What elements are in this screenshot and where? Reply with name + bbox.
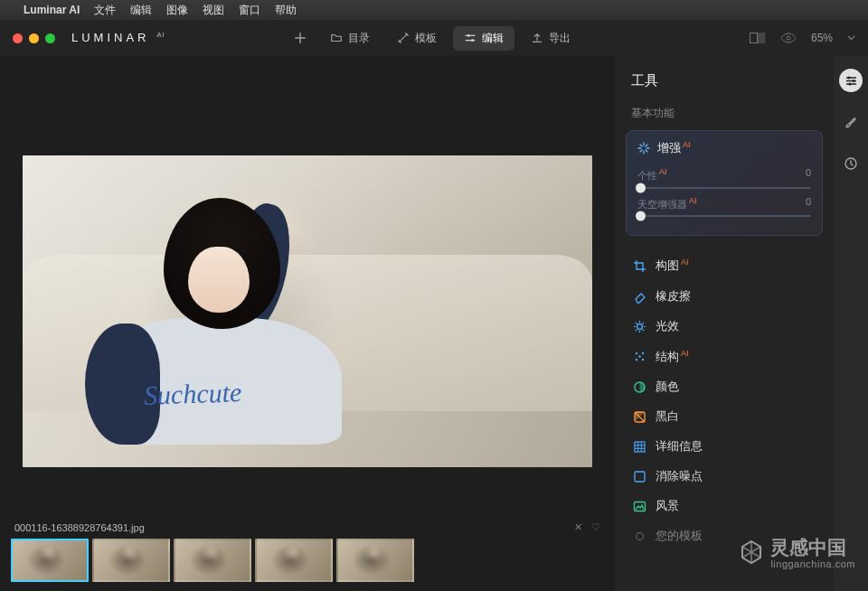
menu-file[interactable]: 文件 [94, 3, 116, 18]
nav-edit-label: 编辑 [482, 31, 504, 46]
tool-label: 颜色 [656, 380, 679, 395]
svg-point-6 [636, 352, 637, 354]
denoise-icon [633, 470, 646, 483]
bw-icon [633, 410, 646, 424]
enhance-card[interactable]: 增强AI 个性AI 0 天空增强器AI 0 [626, 130, 823, 236]
content: Suchcute 000116-16388928764391.jpg ✕ ♡ [0, 56, 868, 591]
close-icon[interactable]: ✕ [574, 521, 582, 533]
thumbnail[interactable] [336, 539, 414, 582]
wand-icon [397, 32, 410, 44]
photo-preview[interactable]: Suchcute [23, 155, 592, 467]
tool-label: 详细信息 [656, 439, 703, 455]
tool-label: 黑白 [656, 409, 679, 425]
svg-rect-13 [635, 442, 645, 452]
svg-point-1 [471, 39, 474, 42]
nav-catalog-label: 目录 [348, 31, 370, 46]
svg-point-16 [637, 532, 644, 539]
app-window: LUMINAR AI 目录 模板 编辑 导出 [0, 20, 868, 591]
menu-edit[interactable]: 编辑 [130, 3, 152, 18]
tool-label: 光效 [656, 319, 679, 334]
tool-label: 橡皮擦 [656, 289, 691, 305]
close-icon[interactable] [13, 33, 23, 43]
svg-point-18 [852, 80, 854, 82]
slider-value: 0 [806, 167, 811, 183]
thumbnail[interactable] [174, 539, 251, 582]
svg-point-8 [636, 359, 637, 361]
zoom-level[interactable]: 65% [811, 32, 833, 44]
menu-help[interactable]: 帮助 [275, 3, 297, 18]
svg-rect-14 [635, 472, 645, 482]
mac-menubar: Luminar AI 文件 编辑 图像 视图 窗口 帮助 [0, 0, 868, 20]
svg-point-10 [638, 356, 640, 358]
chevron-down-icon[interactable] [847, 35, 855, 41]
menu-image[interactable]: 图像 [166, 3, 188, 18]
tool-your-templates[interactable]: 您的模板 [615, 521, 834, 551]
svg-point-5 [637, 324, 643, 329]
color-icon [633, 380, 646, 394]
dot-icon [633, 530, 646, 543]
file-row: 000116-16388928764391.jpg ✕ ♡ [0, 514, 615, 537]
tool-label: 消除噪点 [656, 469, 703, 484]
nav-templates-label: 模板 [415, 31, 437, 46]
thumbnail-strip [0, 537, 615, 591]
sun-icon [633, 320, 646, 333]
tool-structure[interactable]: 结构AI [615, 342, 834, 372]
export-icon [531, 32, 543, 44]
nav-export-label: 导出 [549, 31, 571, 46]
folder-icon [330, 32, 343, 44]
tool-detail[interactable]: 详细信息 [615, 432, 834, 462]
heart-icon[interactable]: ♡ [591, 521, 600, 533]
tool-eraser[interactable]: 橡皮擦 [615, 282, 834, 312]
svg-rect-3 [758, 33, 765, 43]
slider-label: 天空增强器AI [637, 196, 697, 211]
canvas-area: Suchcute 000116-16388928764391.jpg ✕ ♡ [0, 56, 615, 591]
minimize-icon[interactable] [29, 33, 39, 43]
tool-label: 风景 [656, 499, 679, 514]
canvas[interactable]: Suchcute [14, 74, 600, 514]
tool-label: 构图AI [656, 258, 689, 274]
svg-point-4 [787, 36, 790, 40]
tool-composition[interactable]: 构图AI [615, 250, 834, 281]
structure-icon [633, 350, 646, 363]
thumbnail[interactable] [92, 539, 170, 582]
slider-value: 0 [806, 196, 811, 211]
nav-export[interactable]: 导出 [520, 26, 581, 51]
tool-denoise[interactable]: 消除噪点 [615, 462, 834, 492]
filename: 000116-16388928764391.jpg [14, 522, 145, 533]
side-rail [834, 56, 868, 591]
app-name[interactable]: Luminar AI [24, 4, 80, 16]
tool-landscape[interactable]: 风景 [615, 492, 834, 521]
nav-catalog[interactable]: 目录 [319, 26, 381, 51]
tool-color[interactable]: 颜色 [615, 372, 834, 402]
eye-icon[interactable] [780, 33, 797, 43]
slider-sky-enhancer[interactable]: 天空增强器AI 0 [637, 196, 811, 218]
tool-bw[interactable]: 黑白 [615, 402, 834, 432]
svg-point-9 [642, 359, 644, 361]
menu-window[interactable]: 窗口 [239, 3, 260, 18]
svg-point-7 [642, 352, 644, 354]
thumbnail[interactable] [11, 539, 89, 582]
compare-icon[interactable] [750, 33, 766, 43]
grid-icon [633, 440, 646, 454]
crop-icon [633, 259, 646, 273]
tool-light[interactable]: 光效 [615, 312, 834, 342]
rail-brush-icon[interactable] [839, 110, 863, 134]
maximize-icon[interactable] [45, 33, 55, 43]
window-controls [13, 33, 55, 43]
add-button[interactable] [287, 27, 314, 49]
nav-templates[interactable]: 模板 [386, 26, 448, 51]
menu-view[interactable]: 视图 [203, 3, 224, 18]
thumbnail[interactable] [255, 539, 333, 582]
rail-adjust-icon[interactable] [839, 69, 863, 92]
section-basic-label: 基本功能 [615, 102, 834, 130]
plus-icon [294, 32, 307, 44]
svg-rect-2 [750, 33, 757, 43]
slider-personality[interactable]: 个性AI 0 [637, 167, 811, 189]
nav-edit[interactable]: 编辑 [453, 26, 514, 51]
tools-panel: 工具 基本功能 增强AI 个性AI 0 [615, 56, 868, 591]
tool-list: 构图AI 橡皮擦 光效 结构AI [615, 245, 834, 550]
svg-point-17 [847, 76, 850, 79]
shirt-text: Suchcute [143, 377, 241, 411]
panel-title: 工具 [615, 69, 834, 102]
rail-history-icon[interactable] [839, 152, 863, 175]
